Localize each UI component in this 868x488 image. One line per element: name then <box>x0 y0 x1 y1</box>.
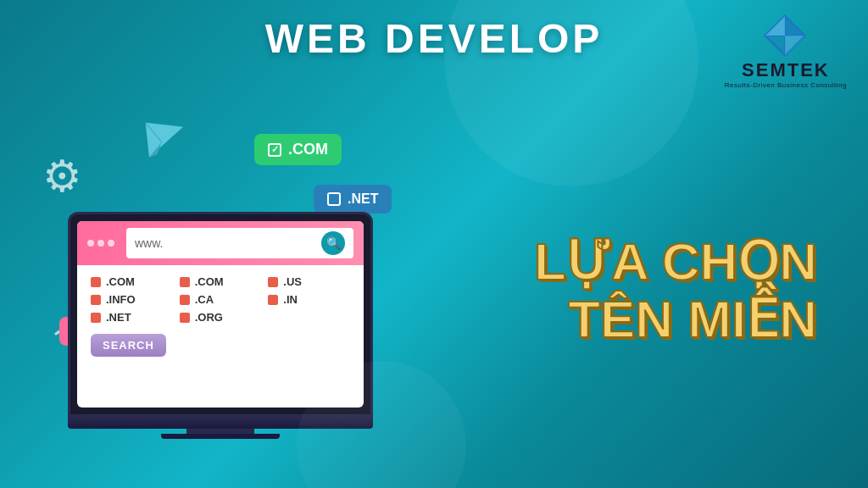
browser-bar: www. 🔍 <box>77 221 364 265</box>
domain-item-net: .NET <box>91 311 173 324</box>
domain-square-net <box>91 313 101 323</box>
domain-square-us <box>268 277 278 287</box>
laptop-base <box>68 417 373 429</box>
paper-plane-icon <box>137 111 192 169</box>
domain-square-info <box>91 295 101 305</box>
laptop-screen-outer: www. 🔍 .COM .COM <box>68 212 373 417</box>
domain-square-com1 <box>91 277 101 287</box>
browser-dot-2 <box>97 240 104 247</box>
laptop-foot <box>161 434 280 439</box>
semtek-logo: SEMTEK Results-Driven Business Consultin… <box>725 13 847 89</box>
domain-item-us: .US <box>268 275 350 288</box>
svg-marker-8 <box>137 111 189 158</box>
domain-square-com2 <box>180 277 190 287</box>
domain-item-com1: .COM <box>91 275 173 288</box>
domain-item-info: .INFO <box>91 293 173 306</box>
domain-label-info: .INFO <box>106 293 136 306</box>
url-text: www. <box>135 236 163 250</box>
browser-dot-3 <box>108 240 114 247</box>
domain-item-org: .ORG <box>180 311 262 324</box>
domain-label-org: .ORG <box>195 311 223 324</box>
headline-line1: LỰA CHỌN <box>534 233 817 291</box>
domain-square-org <box>180 313 190 323</box>
browser-dot-1 <box>87 240 94 247</box>
gear-icon: ⚙ <box>42 151 82 202</box>
domain-label-us: .US <box>283 275 302 288</box>
badge-com-checkbox: ✓ <box>268 143 281 157</box>
badge-com-label: .COM <box>288 141 328 158</box>
semtek-tagline: Results-Driven Business Consulting <box>725 81 847 89</box>
badge-net-checkbox <box>327 192 341 206</box>
domain-label-net: .NET <box>106 311 131 324</box>
search-button[interactable]: SEARCH <box>91 334 166 357</box>
domain-item-com2: .COM <box>180 275 262 288</box>
domain-square-in <box>268 295 278 305</box>
semtek-diamond-icon <box>762 13 809 59</box>
badge-net: .NET <box>314 185 392 214</box>
laptop: www. 🔍 .COM .COM <box>68 212 373 439</box>
laptop-illustration: ⚙ ✓ .COM .NET <box>34 49 441 456</box>
url-search-icon[interactable]: 🔍 <box>321 231 345 255</box>
browser-dots <box>87 240 114 247</box>
viet-headline: LỰA CHỌN TÊN MIỀN <box>534 233 817 348</box>
domain-list: .COM .COM .US .INFO <box>77 265 364 334</box>
background: WEB DEVELOP SEMTEK Results-Driven Busine… <box>0 0 868 488</box>
domain-label-com1: .COM <box>106 275 135 288</box>
domain-item-in: .IN <box>268 293 350 306</box>
badge-net-label: .NET <box>348 191 378 207</box>
laptop-screen-inner: www. 🔍 .COM .COM <box>77 221 364 408</box>
right-section: LỰA CHỌN TÊN MIỀN <box>441 165 834 348</box>
domain-square-ca <box>180 295 190 305</box>
badge-com: ✓ .COM <box>254 134 342 165</box>
domain-item-ca: .CA <box>180 293 262 306</box>
domain-label-in: .IN <box>283 293 298 306</box>
semtek-name: SEMTEK <box>742 59 830 81</box>
domain-label-com2: .COM <box>195 275 224 288</box>
headline-line2: TÊN MIỀN <box>534 291 817 348</box>
browser-url-bar[interactable]: www. 🔍 <box>126 228 353 258</box>
domain-label-ca: .CA <box>195 293 214 306</box>
